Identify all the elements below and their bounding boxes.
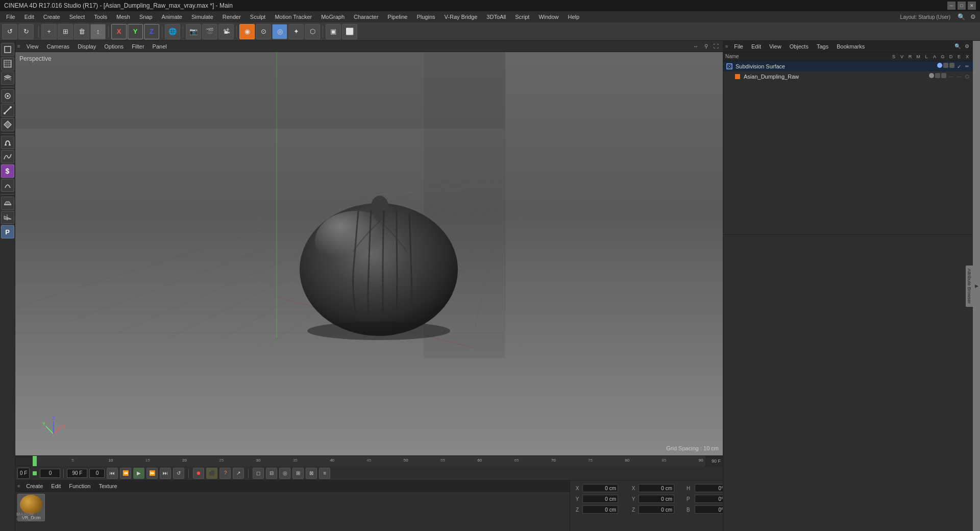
menu-3dtoall[interactable]: 3DToAll	[482, 13, 510, 21]
sub-flag-s[interactable]	[937, 63, 942, 68]
close-button[interactable]: ✕	[968, 2, 976, 10]
viewport-menu-display[interactable]: Display	[76, 43, 98, 50]
undo-button[interactable]: ↺	[2, 24, 17, 39]
render-picture-button[interactable]: 🎬	[202, 24, 217, 39]
sub-flag-r[interactable]	[949, 63, 954, 68]
spline-tool-button[interactable]	[1, 150, 14, 163]
om-menu-view[interactable]: View	[767, 43, 783, 50]
menu-animate[interactable]: Animate	[158, 13, 186, 21]
menu-plugins[interactable]: Plugins	[412, 13, 439, 21]
play-button[interactable]: ▶	[133, 468, 144, 479]
keyframe-nav-4[interactable]: ⊠	[306, 468, 317, 479]
attribute-browser-tab[interactable]: Attribute Browser	[966, 266, 973, 307]
goto-start-button[interactable]: ⏮	[107, 468, 118, 479]
brush-tool-button[interactable]: ⬡	[305, 24, 320, 39]
cube-toggle-button[interactable]: ▣	[326, 24, 341, 39]
new-object-button[interactable]: +	[41, 24, 57, 39]
dump-flag-6[interactable]: ⬡	[964, 73, 971, 80]
x-axis-button[interactable]: X	[111, 24, 127, 39]
h-input[interactable]	[695, 484, 725, 492]
dump-flag-5[interactable]: —	[955, 73, 963, 80]
menu-script[interactable]: Script	[511, 13, 533, 21]
playback-settings-button[interactable]: ≡	[319, 468, 330, 479]
menu-create[interactable]: Create	[39, 13, 64, 21]
menu-mograph[interactable]: MoGraph	[317, 13, 349, 21]
dump-flag-1[interactable]	[929, 73, 934, 78]
poly-mode-button[interactable]	[1, 118, 14, 131]
point-mode-button[interactable]	[1, 89, 14, 103]
texture-mode-button[interactable]: ⊙	[256, 24, 271, 39]
sub-check[interactable]: ✓	[955, 63, 963, 70]
menu-pipeline[interactable]: Pipeline	[383, 13, 411, 21]
x-rotation-input[interactable]	[639, 484, 674, 492]
keyframe-nav-2[interactable]: ◎	[279, 468, 290, 479]
end-frame-input[interactable]	[67, 469, 87, 478]
y-axis-button[interactable]: Y	[128, 24, 143, 39]
menu-tools[interactable]: Tools	[90, 13, 111, 21]
om-menu-tags[interactable]: Tags	[815, 43, 830, 50]
x-position-input[interactable]	[582, 484, 618, 492]
layout-search[interactable]: 🔍	[955, 13, 967, 20]
layer-mode-button[interactable]	[1, 71, 14, 85]
menu-sculpt[interactable]: Sculpt	[246, 13, 270, 21]
edge-mode-button[interactable]	[1, 104, 14, 117]
prev-frame-button[interactable]: ⏪	[120, 468, 131, 479]
menu-window[interactable]: Window	[534, 13, 562, 21]
object-mode-button[interactable]: ◉	[239, 24, 255, 39]
viewport-icon-maximize[interactable]: ⛶	[712, 42, 721, 51]
next-frame-button[interactable]: ⏩	[146, 468, 158, 479]
om-search-icon[interactable]: 🔍	[953, 42, 962, 51]
menu-snap[interactable]: Snap	[135, 13, 157, 21]
om-menu-file[interactable]: File	[732, 43, 745, 50]
viewport-menu-cameras[interactable]: Cameras	[45, 43, 72, 50]
menu-edit[interactable]: Edit	[20, 13, 38, 21]
z-position-input[interactable]	[582, 505, 618, 514]
goto-end-button[interactable]: ⏭	[160, 468, 171, 479]
p-input[interactable]	[695, 495, 725, 503]
z-axis-button[interactable]: Z	[144, 24, 159, 39]
viewport-menu-panel[interactable]: Panel	[151, 43, 169, 50]
record-button[interactable]: ⏺	[193, 468, 204, 479]
record-all-button[interactable]: ⬛	[206, 468, 217, 479]
om-settings-icon[interactable]: ⚙	[963, 42, 971, 51]
menu-select[interactable]: Select	[65, 13, 89, 21]
right-edge-tab[interactable]: ▶	[973, 41, 980, 531]
timeline-ruler[interactable]: 0 5 10 15 20 25 30 35 40 45 50 55 60 65 …	[35, 456, 705, 466]
loop-button[interactable]: ↺	[173, 468, 184, 479]
motion-button[interactable]: ↗	[233, 468, 244, 479]
python-button[interactable]: P	[1, 225, 14, 238]
autokey-button[interactable]: ?	[219, 468, 231, 479]
y-rotation-input[interactable]	[639, 495, 674, 503]
menu-vray-bridge[interactable]: V-Ray Bridge	[440, 13, 482, 21]
keyframe-nav-1[interactable]: ⊟	[266, 468, 277, 479]
viewport-menu-filter[interactable]: Filter	[130, 43, 146, 50]
sub-flag-v[interactable]	[943, 63, 948, 68]
world-axis-button[interactable]: 🌐	[165, 24, 180, 39]
floor-tool-button[interactable]	[1, 197, 14, 210]
dump-flag-2[interactable]	[935, 73, 940, 78]
minimize-button[interactable]: ─	[947, 2, 955, 10]
preview-render-button[interactable]: ◻	[253, 468, 264, 479]
keyframe-nav-3[interactable]: ⊞	[292, 468, 304, 479]
dump-flag-3[interactable]	[941, 73, 946, 78]
dollar-tool-button[interactable]: $	[1, 164, 14, 178]
frame-input[interactable]	[40, 469, 60, 478]
snap-button[interactable]: ◎	[272, 24, 287, 39]
viewport-icon-lock[interactable]: ⚲	[701, 42, 710, 51]
bend-tool-button[interactable]	[1, 179, 14, 192]
viewport-menu-options[interactable]: Options	[102, 43, 126, 50]
object-row-subdivision[interactable]: Subdivision Surface ✓ ✏	[723, 61, 973, 71]
menu-render[interactable]: Render	[218, 13, 245, 21]
menu-simulate[interactable]: Simulate	[187, 13, 217, 21]
model-mode-button[interactable]	[1, 43, 14, 56]
menu-file[interactable]: File	[2, 13, 19, 21]
menu-help[interactable]: Help	[564, 13, 584, 21]
viewport-menu-view[interactable]: View	[24, 43, 41, 50]
mat-menu-function[interactable]: Function	[67, 483, 92, 489]
maximize-button[interactable]: □	[958, 2, 966, 10]
viewport-icon-move[interactable]: ↔	[691, 42, 700, 51]
om-menu-objects[interactable]: Objects	[788, 43, 811, 50]
grid-tool-button[interactable]	[1, 211, 14, 224]
layout-settings[interactable]: ⚙	[968, 13, 978, 20]
om-menu-bookmarks[interactable]: Bookmarks	[835, 43, 867, 50]
